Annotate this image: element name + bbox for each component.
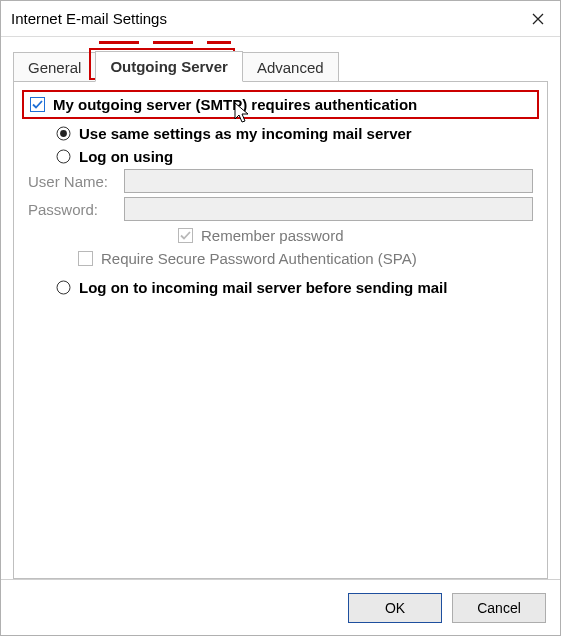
svg-rect-5 (79, 252, 93, 266)
tab-general[interactable]: General (13, 52, 96, 82)
dialog-footer: OK Cancel (1, 579, 560, 635)
input-password[interactable] (124, 197, 533, 221)
highlight-mark (99, 41, 139, 44)
label-requires-auth: My outgoing server (SMTP) requires authe… (53, 96, 417, 113)
settings-window: Internet E-mail Settings General Outgoin… (0, 0, 561, 636)
highlight-box-auth: My outgoing server (SMTP) requires authe… (22, 90, 539, 119)
dialog-body: General Outgoing Server Advanced My outg… (1, 37, 560, 579)
svg-point-2 (60, 130, 67, 137)
window-title: Internet E-mail Settings (11, 10, 167, 27)
highlight-mark (207, 41, 231, 44)
label-remember-password: Remember password (201, 227, 344, 244)
row-remember-password: Remember password (178, 227, 533, 244)
radio-use-same[interactable] (56, 126, 71, 141)
row-password: Password: (28, 197, 533, 221)
tab-outgoing-server[interactable]: Outgoing Server (95, 51, 243, 82)
tab-panel-outgoing: My outgoing server (SMTP) requires authe… (13, 81, 548, 579)
row-use-same: Use same settings as my incoming mail se… (56, 125, 533, 142)
row-log-on-before-send: Log on to incoming mail server before se… (56, 279, 533, 296)
row-username: User Name: (28, 169, 533, 193)
close-icon (532, 13, 544, 25)
close-button[interactable] (516, 1, 560, 37)
label-password: Password: (28, 201, 124, 218)
row-log-on-using: Log on using (56, 148, 533, 165)
svg-point-3 (57, 150, 70, 163)
label-require-spa: Require Secure Password Authentication (… (101, 250, 417, 267)
label-username: User Name: (28, 173, 124, 190)
checkbox-require-spa[interactable] (78, 251, 93, 266)
label-use-same: Use same settings as my incoming mail se… (79, 125, 412, 142)
tab-advanced[interactable]: Advanced (242, 52, 339, 82)
radio-log-on-before-send[interactable] (56, 280, 71, 295)
highlight-mark (153, 41, 193, 44)
radio-log-on-using[interactable] (56, 149, 71, 164)
cancel-button[interactable]: Cancel (452, 593, 546, 623)
checkbox-remember-password[interactable] (178, 228, 193, 243)
label-log-on-using: Log on using (79, 148, 173, 165)
titlebar: Internet E-mail Settings (1, 1, 560, 37)
svg-point-6 (57, 281, 70, 294)
svg-rect-0 (31, 98, 45, 112)
ok-button[interactable]: OK (348, 593, 442, 623)
row-require-spa: Require Secure Password Authentication (… (78, 250, 533, 267)
label-log-on-before-send: Log on to incoming mail server before se… (79, 279, 447, 296)
checkbox-requires-auth[interactable] (30, 97, 45, 112)
svg-rect-4 (179, 229, 193, 243)
input-username[interactable] (124, 169, 533, 193)
tabstrip: General Outgoing Server Advanced (13, 51, 548, 82)
